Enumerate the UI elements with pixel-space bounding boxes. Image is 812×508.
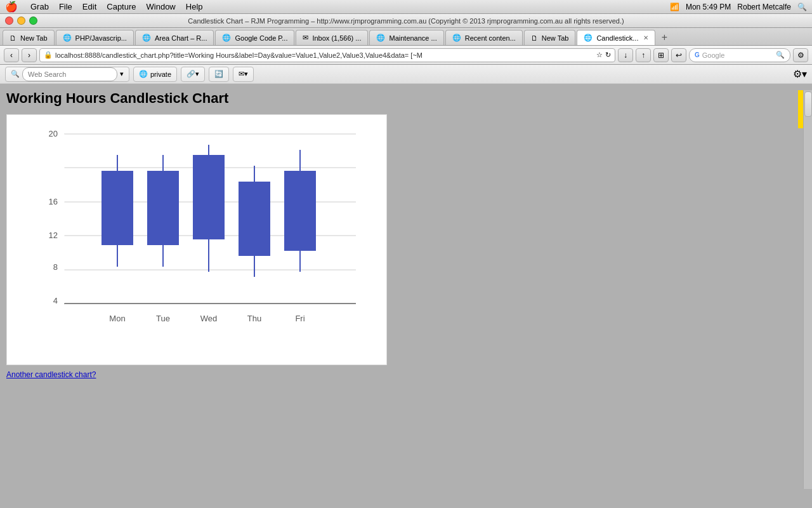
tab-label: Area Chart – R... xyxy=(155,34,207,42)
thu-candle-body xyxy=(239,182,270,256)
toolbar-right-settings[interactable]: ⚙▾ xyxy=(793,68,807,80)
menu-window[interactable]: Window xyxy=(147,2,176,11)
tab-inbox[interactable]: ✉ Inbox (1,566) ... xyxy=(296,30,368,45)
y-label-8: 8 xyxy=(53,262,58,272)
close-button[interactable] xyxy=(5,17,13,25)
menu-file[interactable]: File xyxy=(59,2,72,11)
tab-label: New Tab xyxy=(20,34,48,42)
nav-extra-4[interactable]: ↩ xyxy=(671,48,686,62)
tab-label: Inbox (1,566) ... xyxy=(312,34,361,42)
lock-icon: 🔒 xyxy=(44,51,53,59)
tab-icon: 🌐 xyxy=(584,34,593,42)
web-search-input[interactable] xyxy=(22,67,117,81)
reload-button[interactable]: ↻ xyxy=(605,51,611,59)
tab-recent[interactable]: 🌐 Recent conten... xyxy=(445,30,523,45)
candlestick-chart: 20 16 12 8 4 xyxy=(13,121,381,356)
toolbar-search-btn[interactable]: 🔍 ▾ xyxy=(5,67,129,82)
tab-new-tab-1[interactable]: 🗋 New Tab xyxy=(3,30,55,45)
back-button[interactable]: ‹ xyxy=(4,48,19,62)
menubar-right: 📶 Mon 5:49 PM Robert Metcalfe 🔍 xyxy=(670,3,807,11)
fri-candle-body xyxy=(284,171,316,251)
y-label-16: 16 xyxy=(49,197,58,206)
toolbar: 🔍 ▾ 🌐 private 🔗▾ 🔄 ✉▾ ⚙▾ xyxy=(0,65,812,84)
x-label-thu: Thu xyxy=(247,314,261,323)
forward-button[interactable]: › xyxy=(22,48,37,62)
wifi-icon: 📶 xyxy=(670,3,679,11)
tab-icon: ✉ xyxy=(303,34,308,42)
tab-label: Maintenance ... xyxy=(389,34,436,42)
scrollbar-thumb[interactable] xyxy=(804,91,812,117)
menu-grab[interactable]: Grab xyxy=(30,2,49,11)
tab-area-chart[interactable]: 🌐 Area Chart – R... xyxy=(135,30,214,45)
tab-maintenance[interactable]: 🌐 Maintenance ... xyxy=(369,30,443,45)
another-chart-link[interactable]: Another candlestick chart? xyxy=(6,370,806,379)
page-content: Working Hours Candlestick Chart 20 16 12 xyxy=(0,84,812,508)
search-submit-icon[interactable]: 🔍 xyxy=(776,51,785,59)
minimize-button[interactable] xyxy=(17,17,25,25)
chart-container: 20 16 12 8 4 xyxy=(6,114,387,365)
tab-bar: 🗋 New Tab 🌐 PHP/Javascrip... 🌐 Area Char… xyxy=(0,28,812,46)
maximize-button[interactable] xyxy=(29,17,37,25)
google-search-bar[interactable]: G Google 🔍 xyxy=(689,48,790,62)
tab-candlestick[interactable]: 🌐 Candlestick... ✕ xyxy=(577,30,655,45)
tab-icon: 🌐 xyxy=(376,34,385,42)
apple-menu[interactable]: 🍎 xyxy=(5,1,18,13)
search-icon[interactable]: 🔍 xyxy=(797,3,807,11)
globe-icon: 🌐 xyxy=(139,70,148,78)
nav-extra-2[interactable]: ↑ xyxy=(636,48,651,62)
username: Robert Metcalfe xyxy=(737,3,791,11)
toolbar-private-label: private xyxy=(150,70,171,78)
x-label-mon: Mon xyxy=(109,314,125,323)
y-label-4: 4 xyxy=(53,296,58,305)
page-title: Working Hours Candlestick Chart xyxy=(6,90,806,107)
bookmark-strip xyxy=(798,90,803,128)
y-label-12: 12 xyxy=(49,231,58,240)
tab-new-tab-2[interactable]: 🗋 New Tab xyxy=(524,30,576,45)
search-arrow-icon: ▾ xyxy=(120,70,124,78)
mon-candle-body xyxy=(102,171,133,245)
tab-label: Recent conten... xyxy=(465,34,516,42)
tue-candle-body xyxy=(147,171,179,245)
tab-icon: 🗋 xyxy=(10,34,16,42)
nav-extra-3[interactable]: ⊞ xyxy=(653,48,669,62)
tab-label: Candlestick... xyxy=(596,34,638,42)
y-label-20: 20 xyxy=(49,129,58,138)
vertical-scrollbar[interactable] xyxy=(803,90,812,489)
google-icon: G xyxy=(695,51,700,58)
address-bar[interactable]: 🔒 localhost:8888/candlestick_chart.php?t… xyxy=(39,48,615,62)
nav-extra-1[interactable]: ↓ xyxy=(618,48,633,62)
title-bar: Candlestick Chart – RJM Programming – ht… xyxy=(0,14,812,28)
toolbar-item-4[interactable]: ✉▾ xyxy=(233,67,254,82)
menu-help[interactable]: Help xyxy=(186,2,203,11)
x-label-tue: Tue xyxy=(156,314,170,323)
menu-capture[interactable]: Capture xyxy=(107,2,136,11)
toolbar-private[interactable]: 🌐 private xyxy=(133,67,177,82)
new-tab-button[interactable]: + xyxy=(657,30,672,45)
tab-icon: 🌐 xyxy=(63,34,72,42)
tab-label: New Tab xyxy=(542,34,569,42)
tab-icon: 🗋 xyxy=(531,34,538,42)
wed-candle-body xyxy=(193,155,225,239)
x-label-fri: Fri xyxy=(295,314,304,323)
toolbar-item-3[interactable]: 🔄 xyxy=(209,67,229,82)
toolbar-item-2[interactable]: 🔗▾ xyxy=(181,67,205,82)
tab-label: Google Code P... xyxy=(235,34,287,42)
bookmark-icon[interactable]: ☆ xyxy=(596,51,603,59)
window-controls xyxy=(5,17,37,25)
tab-icon: 🌐 xyxy=(222,34,231,42)
x-label-wed: Wed xyxy=(200,314,218,323)
url-text: localhost:8888/candlestick_chart.php?tit… xyxy=(55,51,422,59)
window-title: Candlestick Chart – RJM Programming – ht… xyxy=(188,17,624,25)
tab-close-icon[interactable]: ✕ xyxy=(643,34,648,41)
search-placeholder: Google xyxy=(702,51,724,59)
tab-google-code[interactable]: 🌐 Google Code P... xyxy=(215,30,294,45)
menu-bar: 🍎 Grab File Edit Capture Window Help 📶 M… xyxy=(0,0,812,14)
tab-php[interactable]: 🌐 PHP/Javascrip... xyxy=(56,30,134,45)
search-icon-toolbar: 🔍 xyxy=(11,70,20,78)
tab-icon: 🌐 xyxy=(452,34,461,42)
settings-button[interactable]: ⚙ xyxy=(793,48,808,62)
menu-edit[interactable]: Edit xyxy=(82,2,96,11)
clock: Mon 5:49 PM xyxy=(686,3,731,11)
tab-icon: 🌐 xyxy=(142,34,151,42)
tab-label: PHP/Javascrip... xyxy=(75,34,127,42)
